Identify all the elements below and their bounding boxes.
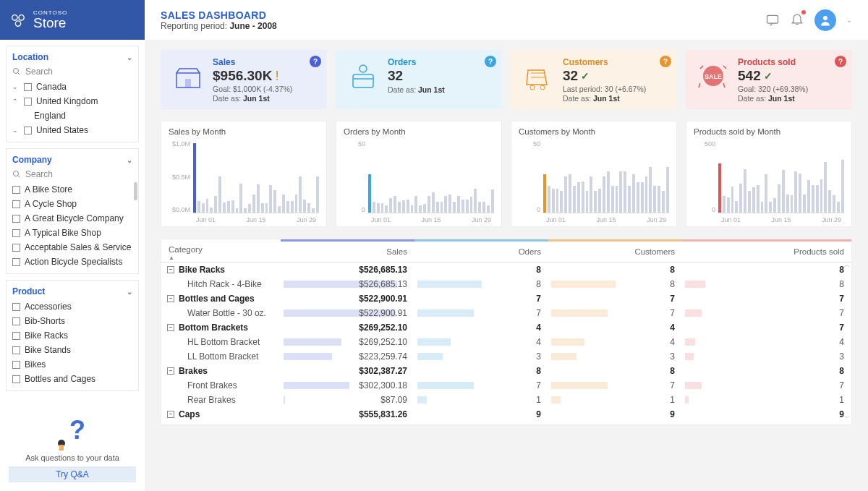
table-row[interactable]: Water Bottle - 30 oz. $522,900.91 7 7 7 xyxy=(161,306,851,320)
company-item[interactable]: A Cycle Shop xyxy=(7,197,138,211)
chart-bar[interactable] xyxy=(295,195,298,213)
checkbox[interactable] xyxy=(12,258,20,266)
table-group-row[interactable]: −Bike Racks $526,685.13 8 8 8 xyxy=(161,262,851,277)
table-row[interactable]: Front Brakes $302,300.18 7 7 7 xyxy=(161,378,851,393)
chart-bar[interactable] xyxy=(731,187,734,213)
table-row[interactable]: Hitch Rack - 4-Bike $526,685.13 8 8 8 xyxy=(161,277,851,291)
chart-bar[interactable] xyxy=(299,176,302,213)
chart-bar[interactable] xyxy=(210,208,213,213)
chart-bar[interactable] xyxy=(385,205,388,213)
chart-bar[interactable] xyxy=(752,187,755,213)
chart-bar[interactable] xyxy=(316,176,319,213)
chart-bar[interactable] xyxy=(307,203,310,213)
checkbox[interactable] xyxy=(12,375,20,383)
chart-bar[interactable] xyxy=(373,202,375,213)
chart-bar[interactable] xyxy=(653,186,656,213)
chart-bar[interactable] xyxy=(427,196,430,213)
chart-bar[interactable] xyxy=(478,202,481,213)
chart-bar[interactable] xyxy=(487,205,490,213)
chart-bar[interactable] xyxy=(282,195,285,213)
chart-bar[interactable] xyxy=(603,176,605,213)
chart-bar[interactable] xyxy=(735,201,738,213)
collapse-icon[interactable]: − xyxy=(167,295,174,302)
chart-plot[interactable] xyxy=(718,140,844,213)
product-item[interactable]: Bike Racks xyxy=(7,328,138,343)
card-orders[interactable]: Orders 32 Date as: Jun 1st ? xyxy=(336,50,502,109)
scrollbar-thumb[interactable] xyxy=(134,182,137,200)
chart-bar[interactable] xyxy=(457,196,460,213)
table-group-row[interactable]: −Caps $555,831.26 9 9 9 xyxy=(161,407,851,422)
checkbox[interactable] xyxy=(12,361,20,369)
chart-bar[interactable] xyxy=(666,167,669,213)
chart-bar[interactable] xyxy=(407,200,409,213)
chart-bar[interactable] xyxy=(193,143,196,213)
chart-bar[interactable] xyxy=(564,176,567,213)
bell-icon[interactable] xyxy=(790,12,804,26)
chart-bar[interactable] xyxy=(718,163,721,213)
chart-bar[interactable] xyxy=(273,190,276,213)
chart-bar[interactable] xyxy=(227,201,230,213)
company-item[interactable]: A Bike Store xyxy=(7,182,138,197)
chart-bar[interactable] xyxy=(278,206,281,213)
chart-bar[interactable] xyxy=(556,189,559,213)
chart-bar[interactable] xyxy=(786,195,789,213)
chart-bar[interactable] xyxy=(414,196,417,213)
col-products[interactable]: Products sold xyxy=(682,239,851,262)
chart-bar[interactable] xyxy=(837,202,840,213)
checkbox[interactable] xyxy=(12,303,20,311)
chart-bar[interactable] xyxy=(820,179,823,213)
chart-bar[interactable] xyxy=(448,195,451,213)
chart-bar[interactable] xyxy=(594,191,597,213)
location-item[interactable]: England xyxy=(7,108,138,123)
chart-bar[interactable] xyxy=(419,205,422,213)
col-orders[interactable]: Oders xyxy=(414,239,548,262)
chart-bar[interactable] xyxy=(828,190,831,213)
product-item[interactable]: Bike Stands xyxy=(7,343,138,357)
checkbox[interactable] xyxy=(12,244,20,252)
checkbox[interactable] xyxy=(12,346,20,354)
filter-company-header[interactable]: Company ⌄ xyxy=(7,153,138,168)
chart-bar[interactable] xyxy=(794,171,797,213)
chart-bar[interactable] xyxy=(739,184,742,213)
chart-bar[interactable] xyxy=(377,203,380,213)
company-item[interactable]: A Great Bicycle Company xyxy=(7,211,138,226)
table-group-row[interactable]: −Brakes $302,387.27 8 8 8 xyxy=(161,364,851,378)
chart-bar[interactable] xyxy=(548,186,550,213)
chart-bar[interactable] xyxy=(398,202,401,213)
card-products[interactable]: SALE Products sold 542✓ Goal: 320 (+69.3… xyxy=(686,50,852,109)
chart-bar[interactable] xyxy=(286,201,289,213)
chart-bar[interactable] xyxy=(833,195,835,213)
card-customers[interactable]: Customers 32✓ Last period: 30 (+6.67%) D… xyxy=(511,50,677,109)
checkbox[interactable] xyxy=(12,229,20,237)
chart-bar[interactable] xyxy=(645,176,648,213)
table-scrollbar[interactable]: ︿﹀ xyxy=(844,261,850,422)
chart-bar[interactable] xyxy=(470,197,473,213)
chart-bar[interactable] xyxy=(619,171,622,213)
chart-bar[interactable] xyxy=(402,200,405,213)
chart-bar[interactable] xyxy=(381,203,384,213)
chart-bar[interactable] xyxy=(769,202,772,213)
info-badge-icon[interactable]: ? xyxy=(660,56,671,67)
chart-bar[interactable] xyxy=(765,174,767,213)
checkbox[interactable] xyxy=(24,83,32,91)
chart-bar[interactable] xyxy=(757,185,760,213)
company-search[interactable]: Search xyxy=(7,168,138,182)
chart-bar[interactable] xyxy=(761,202,764,213)
chart-bar[interactable] xyxy=(474,189,477,213)
chat-icon[interactable] xyxy=(765,13,780,27)
chart-bar[interactable] xyxy=(552,189,555,213)
checkbox[interactable] xyxy=(24,98,32,106)
chart-bar[interactable] xyxy=(782,170,785,213)
chart-bar[interactable] xyxy=(453,202,456,213)
collapse-icon[interactable]: − xyxy=(167,324,174,331)
chart-bar[interactable] xyxy=(662,191,665,213)
chart-bar[interactable] xyxy=(641,182,644,213)
chart-bar[interactable] xyxy=(239,184,242,213)
location-item[interactable]: ⌃United Kingdom xyxy=(7,94,138,108)
chart-bar[interactable] xyxy=(807,180,810,213)
chart-bar[interactable] xyxy=(616,186,618,213)
chart-plot[interactable] xyxy=(368,140,494,213)
filter-product-header[interactable]: Product ⌄ xyxy=(7,285,138,299)
chart-bar[interactable] xyxy=(624,171,626,213)
chart-bar[interactable] xyxy=(236,208,239,213)
